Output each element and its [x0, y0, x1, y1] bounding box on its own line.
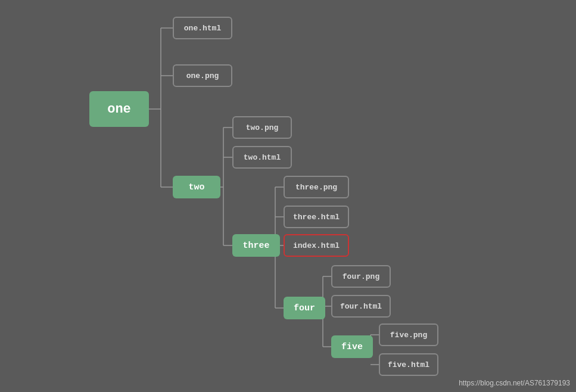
- node-index-html-label: index.html: [293, 241, 340, 250]
- node-four-png-label: four.png: [343, 272, 379, 281]
- node-one-png-label: one.png: [186, 71, 219, 80]
- node-four-html-label: four.html: [340, 302, 382, 311]
- node-one-png: one.png: [173, 64, 232, 87]
- node-one-html-label: one.html: [184, 24, 221, 33]
- node-three: three: [232, 234, 280, 257]
- node-two-png-label: two.png: [246, 123, 279, 132]
- node-five: five: [331, 335, 373, 358]
- node-five-png-label: five.png: [390, 331, 427, 340]
- node-two-html: two.html: [232, 146, 292, 169]
- node-three-png-label: three.png: [295, 183, 337, 192]
- node-one: one: [89, 91, 149, 127]
- node-four-png: four.png: [331, 265, 391, 288]
- node-five-html: five.html: [379, 353, 438, 376]
- node-index-html: index.html: [284, 234, 349, 257]
- node-one-html: one.html: [173, 17, 232, 39]
- node-three-html: three.html: [284, 206, 349, 228]
- node-two-label: two: [188, 182, 204, 192]
- node-two-png: two.png: [232, 116, 292, 139]
- node-four: four: [284, 297, 325, 319]
- node-three-html-label: three.html: [293, 213, 340, 222]
- node-three-png: three.png: [284, 176, 349, 198]
- node-five-label: five: [341, 342, 363, 352]
- node-two: two: [173, 176, 220, 198]
- node-four-label: four: [294, 303, 315, 313]
- node-one-label: one: [107, 102, 131, 117]
- node-three-label: three: [242, 241, 269, 251]
- node-five-html-label: five.html: [388, 360, 429, 369]
- node-four-html: four.html: [331, 295, 391, 318]
- node-two-html-label: two.html: [244, 153, 281, 162]
- node-five-png: five.png: [379, 323, 438, 346]
- watermark: https://blog.csdn.net/AS761379193: [459, 379, 570, 387]
